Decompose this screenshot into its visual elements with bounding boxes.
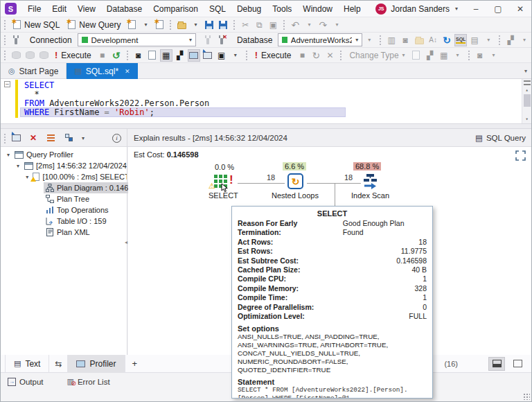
chevron-down-icon[interactable]: ▾ xyxy=(5,152,12,158)
save-button[interactable] xyxy=(203,19,215,31)
toolbar-grip[interactable] xyxy=(379,35,382,45)
scroll-up-icon[interactable]: ▴ xyxy=(525,87,528,93)
tree-item-session[interactable]: ▾ [2ms] 14:56:32 12/04/2024 xyxy=(1,160,127,171)
error-list-button[interactable]: ▥⊘ Error List xyxy=(60,377,117,386)
maximize-button[interactable]: ▢ xyxy=(487,1,509,17)
chevron-down-icon[interactable]: ▾ xyxy=(15,163,21,169)
menu-database[interactable]: Database xyxy=(101,1,148,17)
execution-history-button[interactable]: ↺ xyxy=(110,49,123,62)
toolbar-grip[interactable] xyxy=(498,35,501,45)
redo-button[interactable]: ↷ xyxy=(317,19,329,31)
refresh-button[interactable]: ↻ xyxy=(441,34,453,46)
new-document-dropdown[interactable]: ▾ xyxy=(139,19,152,31)
full-layout-toggle[interactable] xyxy=(509,357,526,371)
tree-item-plan-tree[interactable]: Plan Tree xyxy=(1,193,127,204)
undo-dropdown[interactable]: ▾ xyxy=(303,19,315,31)
export-plan-button[interactable] xyxy=(146,49,159,62)
user-menu-caret-icon[interactable]: ▾ xyxy=(455,6,458,12)
user-name[interactable]: Jordan Sanders xyxy=(391,4,450,14)
tab-text[interactable]: ▤ Text xyxy=(5,355,49,373)
database-tool-2-button[interactable] xyxy=(24,49,36,62)
window-layout-button[interactable]: ▞ xyxy=(504,34,517,46)
redo-dropdown[interactable]: ▾ xyxy=(330,19,343,31)
node-nested-loops[interactable]: ↻ xyxy=(287,173,303,189)
save-all-button[interactable] xyxy=(217,19,229,31)
output-button[interactable]: → Output xyxy=(1,378,51,386)
new-sql-button[interactable]: ∗ New SQL xyxy=(9,18,64,32)
menu-window[interactable]: Window xyxy=(297,1,338,17)
tree-item-plan-xml[interactable]: Plan XML xyxy=(1,227,127,238)
tree-item-top-operations[interactable]: Top Operations xyxy=(1,204,127,216)
toolbar-grip[interactable] xyxy=(245,50,248,60)
fold-marker[interactable]: – xyxy=(4,81,10,87)
results-dropdown[interactable]: ▾ xyxy=(452,49,464,62)
tree-item-table-io[interactable]: Table I/O : 159 xyxy=(1,216,127,227)
resize-grip[interactable] xyxy=(523,393,530,400)
toolbar-grip[interactable] xyxy=(126,50,129,60)
view-mode-dropdown[interactable]: ▾ xyxy=(77,132,89,144)
minimize-button[interactable]: – xyxy=(465,1,487,17)
open-query-folder-button[interactable] xyxy=(413,34,425,46)
window-layout-dropdown[interactable]: ▾ xyxy=(518,34,531,46)
add-image-button[interactable] xyxy=(202,49,214,62)
database-select[interactable]: AdventureWorks20... ▾ xyxy=(278,33,362,46)
toolbar-grip[interactable] xyxy=(3,35,6,45)
open-file-dropdown[interactable]: ▾ xyxy=(189,19,202,31)
horizontal-splitter[interactable]: ▾ xyxy=(1,123,531,129)
tree-item-query-profiler[interactable]: ▾ Query Profiler xyxy=(1,149,127,160)
tab-overflow-dropdown[interactable]: ▾ xyxy=(524,68,527,74)
fit-to-screen-button[interactable] xyxy=(515,150,526,163)
tab-sql-file[interactable]: ▤ SQL.sql* ✕ xyxy=(66,63,137,79)
sql-format-button[interactable]: SQL xyxy=(454,34,467,46)
screenshot-button[interactable]: ◙ xyxy=(474,49,486,62)
indent-button[interactable]: ▥ xyxy=(385,34,398,46)
cancel-button[interactable]: ✕ xyxy=(323,49,336,62)
diagram-view-button[interactable] xyxy=(188,49,200,62)
toolbar-grip[interactable] xyxy=(3,133,6,143)
database-tool-3-button[interactable] xyxy=(37,49,50,62)
open-file-button[interactable] xyxy=(175,19,188,31)
execute-button[interactable]: ! Execute xyxy=(51,49,96,62)
plan-tools-dropdown[interactable]: ▾ xyxy=(229,49,242,62)
change-type-button[interactable]: Change Type ▾ xyxy=(345,49,409,62)
swap-tabs-icon[interactable]: ⇆ xyxy=(49,359,67,369)
execute-secondary-button[interactable]: ! Execute xyxy=(251,49,296,62)
stop-button[interactable]: ■ xyxy=(96,49,109,62)
parameters-dropdown[interactable]: ▾ xyxy=(482,34,495,46)
menu-file[interactable]: File xyxy=(22,1,46,17)
node-index-scan[interactable] xyxy=(362,173,379,192)
results-doc-button[interactable] xyxy=(410,49,423,62)
tab-profiler[interactable]: Profiler xyxy=(67,355,125,373)
tab-start-page[interactable]: ◎ Start Page xyxy=(1,63,66,79)
toolbar-grip[interactable] xyxy=(468,50,470,60)
menu-view[interactable]: View xyxy=(72,1,101,17)
menu-debug[interactable]: Debug xyxy=(231,1,267,17)
collapse-tree-arrow-icon[interactable]: ◂ xyxy=(125,239,127,245)
show-plan-button[interactable]: ▦ xyxy=(160,49,172,62)
sort-letters-button[interactable]: A↕ xyxy=(427,34,439,46)
sql-query-badge[interactable]: ▤ SQL Query xyxy=(475,133,526,143)
query-profiler-button[interactable]: ◙ xyxy=(132,49,145,62)
add-result-tab-button[interactable]: + xyxy=(125,358,145,369)
menu-help[interactable]: Help xyxy=(338,1,366,17)
database-tool-1-button[interactable] xyxy=(10,49,22,62)
menu-comparison[interactable]: Comparison xyxy=(148,1,204,17)
tree-item-plan-diagram[interactable]: Plan Diagram : 0.146598 xyxy=(1,182,127,193)
refresh-results-button[interactable]: ↻ xyxy=(310,49,322,62)
editor-scrollbar[interactable]: ▴ ▾ xyxy=(522,79,531,123)
toolbar-grip[interactable] xyxy=(233,19,236,30)
menu-sql[interactable]: SQL xyxy=(204,1,231,17)
undo-button[interactable]: ↶ xyxy=(289,19,301,31)
tile-view-button[interactable]: ▞ xyxy=(174,49,186,62)
toolbar-grip[interactable] xyxy=(339,50,342,60)
results-cascade-button[interactable]: ▞ xyxy=(424,49,436,62)
copy-button[interactable]: ⧉ xyxy=(253,19,265,31)
user-avatar[interactable]: JS xyxy=(375,3,387,15)
menu-edit[interactable]: Edit xyxy=(46,1,72,17)
view-mode-button[interactable] xyxy=(63,132,76,144)
new-document-button[interactable]: ∗ xyxy=(125,19,138,31)
toolbar-grip[interactable] xyxy=(283,19,285,30)
close-button[interactable]: ✕ xyxy=(509,1,531,17)
new-connection-button[interactable] xyxy=(10,34,22,46)
tree-item-statement[interactable]: ▾ [100.00% : 2ms] SELECT * ... xyxy=(1,171,127,182)
